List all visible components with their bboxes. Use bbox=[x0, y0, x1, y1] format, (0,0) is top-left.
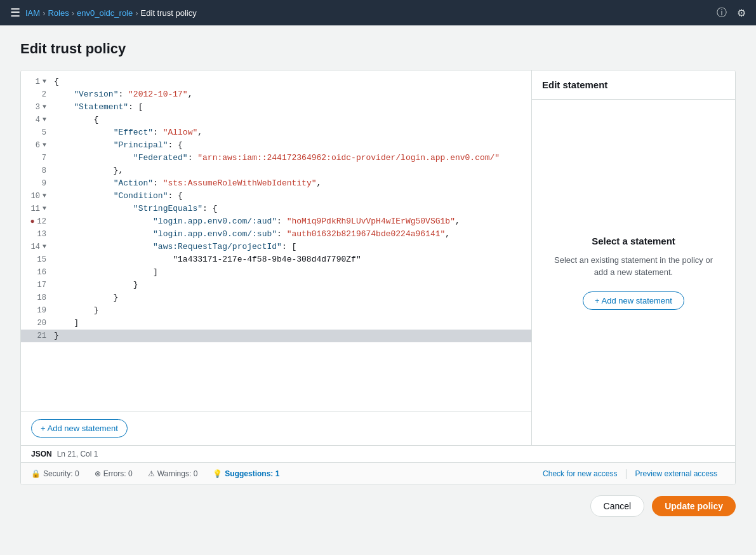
top-navigation: ☰ IAM › Roles › env0_oidc_role › Edit tr… bbox=[0, 0, 756, 25]
code-content-8: }, bbox=[51, 164, 531, 177]
line-number-14: 14▼ bbox=[21, 241, 51, 253]
code-line-5[interactable]: 5 "Effect": "Allow", bbox=[21, 126, 531, 139]
code-content-2: "Version": "2012-10-17", bbox=[51, 88, 531, 101]
line-number-7: 7 bbox=[21, 152, 51, 164]
code-content-12: "login.app.env0.com/:aud": "hoMiq9PdkRh9… bbox=[51, 215, 531, 228]
breadcrumb: IAM › Roles › env0_oidc_role › Edit trus… bbox=[25, 8, 197, 18]
line-number-15: 15 bbox=[21, 253, 51, 266]
status-position: Ln 21, Col 1 bbox=[57, 450, 98, 458]
update-policy-button[interactable]: Update policy bbox=[652, 496, 736, 516]
code-pane: 1▼{2 "Version": "2012-10-17",3▼ "Stateme… bbox=[21, 70, 532, 445]
settings-icon[interactable]: ⚙ bbox=[737, 7, 746, 19]
line-number-12: ●12 bbox=[21, 215, 51, 228]
line-number-18: 18 bbox=[21, 291, 51, 304]
code-content-4: { bbox=[51, 114, 531, 126]
line-number-1: 1▼ bbox=[21, 76, 51, 88]
fold-icon-1[interactable]: ▼ bbox=[43, 76, 46, 88]
info-icon[interactable]: ⓘ bbox=[717, 6, 727, 20]
page-footer: Cancel Update policy bbox=[20, 485, 736, 527]
code-line-2[interactable]: 2 "Version": "2012-10-17", bbox=[21, 88, 531, 101]
code-line-19[interactable]: 19 } bbox=[21, 304, 531, 317]
menu-icon[interactable]: ☰ bbox=[10, 6, 20, 20]
code-line-1[interactable]: 1▼{ bbox=[21, 76, 531, 88]
suggestions-label: Suggestions: 1 bbox=[225, 469, 279, 478]
line-number-10: 10▼ bbox=[21, 190, 51, 203]
security-label: Security: 0 bbox=[43, 469, 79, 478]
breadcrumb-sep-3: › bbox=[135, 8, 138, 18]
fold-icon-6[interactable]: ▼ bbox=[43, 139, 46, 152]
code-line-17[interactable]: 17 } bbox=[21, 279, 531, 291]
line-number-2: 2 bbox=[21, 88, 51, 101]
line-number-6: 6▼ bbox=[21, 139, 51, 152]
code-line-7[interactable]: 7 "Federated": "arn:aws:iam::24417236496… bbox=[21, 152, 531, 164]
security-info: 🔒 Security: 0 bbox=[31, 469, 79, 478]
info-bar: 🔒 Security: 0 ⊗ Errors: 0 ⚠ Warnings: 0 … bbox=[21, 462, 735, 485]
breadcrumb-role-name[interactable]: env0_oidc_role bbox=[77, 8, 133, 18]
code-line-18[interactable]: 18 } bbox=[21, 291, 531, 304]
code-line-3[interactable]: 3▼ "Statement": [ bbox=[21, 101, 531, 114]
breadcrumb-sep-2: › bbox=[72, 8, 74, 18]
line-number-17: 17 bbox=[21, 279, 51, 291]
fold-icon-4[interactable]: ▼ bbox=[43, 114, 46, 126]
select-statement-title: Select a statement bbox=[592, 236, 675, 246]
code-line-6[interactable]: 6▼ "Principal": { bbox=[21, 139, 531, 152]
breadcrumb-sep-1: › bbox=[43, 8, 45, 18]
code-line-8[interactable]: 8 }, bbox=[21, 164, 531, 177]
topbar-right: ⓘ ⚙ bbox=[717, 6, 746, 20]
code-content-18: } bbox=[51, 291, 531, 304]
code-content-6: "Principal": { bbox=[51, 139, 531, 152]
code-line-15[interactable]: 15 "1a433171-217e-4f58-9b4e-308d4d7790Zf… bbox=[21, 253, 531, 266]
code-line-14[interactable]: 14▼ "aws:RequestTag/projectId": [ bbox=[21, 241, 531, 253]
code-line-4[interactable]: 4▼ { bbox=[21, 114, 531, 126]
page-container: Edit trust policy 1▼{2 "Version": "2012-… bbox=[0, 25, 756, 542]
code-line-10[interactable]: 10▼ "Condition": { bbox=[21, 190, 531, 203]
code-content-20: ] bbox=[51, 317, 531, 330]
select-statement-desc: Select an existing statement in the poli… bbox=[547, 254, 720, 279]
code-line-21[interactable]: 21} bbox=[21, 330, 531, 342]
code-line-20[interactable]: 20 ] bbox=[21, 317, 531, 330]
code-line-11[interactable]: 11▼ "StringEquals": { bbox=[21, 203, 531, 215]
status-lang: JSON bbox=[31, 450, 52, 458]
line-number-8: 8 bbox=[21, 164, 51, 177]
errors-label: Errors: 0 bbox=[103, 469, 133, 478]
line-number-5: 5 bbox=[21, 126, 51, 139]
code-content-7: "Federated": "arn:aws:iam::244172364962:… bbox=[51, 152, 531, 164]
line-number-13: 13 bbox=[21, 228, 51, 241]
add-statement-button-bottom[interactable]: + Add new statement bbox=[31, 419, 128, 438]
statement-panel-header: Edit statement bbox=[532, 70, 735, 100]
add-statement-button-panel[interactable]: + Add new statement bbox=[583, 291, 684, 310]
code-line-13[interactable]: 13 "login.app.env0.com/:sub": "auth01632… bbox=[21, 228, 531, 241]
code-line-16[interactable]: 16 ] bbox=[21, 266, 531, 279]
breadcrumb-iam[interactable]: IAM bbox=[25, 8, 40, 18]
code-content-3: "Statement": [ bbox=[51, 101, 531, 114]
code-pane-footer: + Add new statement bbox=[21, 411, 531, 445]
check-access-link[interactable]: Check for new access bbox=[535, 469, 625, 478]
line-number-16: 16 bbox=[21, 266, 51, 279]
code-content-17: } bbox=[51, 279, 531, 291]
code-content-1: { bbox=[51, 76, 531, 88]
code-content-9: "Action": "sts:AssumeRoleWithWebIdentity… bbox=[51, 177, 531, 190]
code-line-12[interactable]: ●12 "login.app.env0.com/:aud": "hoMiq9Pd… bbox=[21, 215, 531, 228]
suggestions-info: 💡 Suggestions: 1 bbox=[213, 469, 279, 478]
info-bar-links: Check for new access | Preview external … bbox=[535, 468, 725, 479]
code-editor[interactable]: 1▼{2 "Version": "2012-10-17",3▼ "Stateme… bbox=[21, 70, 531, 411]
breakpoint-icon-12: ● bbox=[30, 215, 34, 228]
fold-icon-14[interactable]: ▼ bbox=[43, 241, 46, 253]
cancel-button[interactable]: Cancel bbox=[590, 495, 645, 517]
statement-panel: Edit statement Select a statement Select… bbox=[532, 70, 735, 445]
fold-icon-10[interactable]: ▼ bbox=[43, 190, 46, 203]
line-number-19: 19 bbox=[21, 304, 51, 317]
breadcrumb-roles[interactable]: Roles bbox=[48, 8, 69, 18]
code-content-21: } bbox=[51, 330, 531, 342]
code-content-14: "aws:RequestTag/projectId": [ bbox=[51, 241, 531, 253]
code-content-11: "StringEquals": { bbox=[51, 203, 531, 215]
code-content-16: ] bbox=[51, 266, 531, 279]
code-line-9[interactable]: 9 "Action": "sts:AssumeRoleWithWebIdenti… bbox=[21, 177, 531, 190]
fold-icon-11[interactable]: ▼ bbox=[43, 203, 46, 215]
line-number-20: 20 bbox=[21, 317, 51, 330]
line-number-21: 21 bbox=[21, 330, 51, 342]
warnings-info: ⚠ Warnings: 0 bbox=[148, 469, 198, 478]
fold-icon-3[interactable]: ▼ bbox=[43, 101, 46, 114]
preview-external-link[interactable]: Preview external access bbox=[628, 469, 725, 478]
code-content-15: "1a433171-217e-4f58-9b4e-308d4d7790Zf" bbox=[51, 253, 531, 266]
